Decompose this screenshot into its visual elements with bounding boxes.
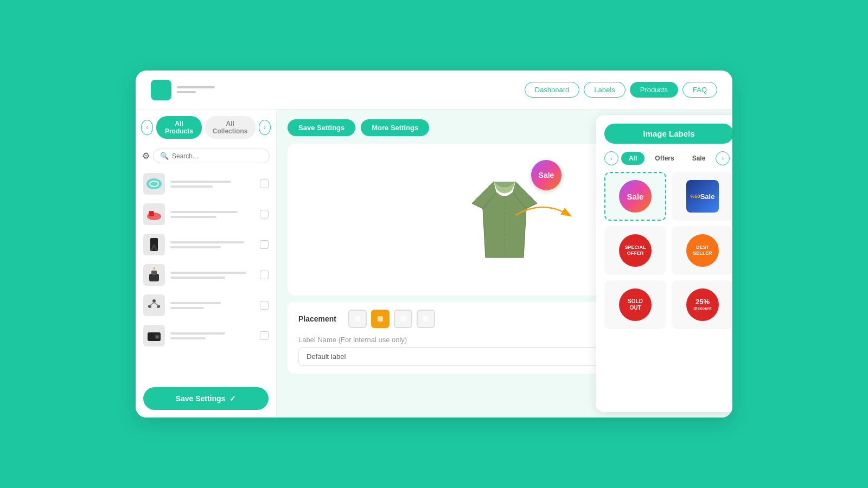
sidebar-tab-next[interactable]: › xyxy=(259,120,271,135)
search-input[interactable] xyxy=(172,152,263,160)
logo-area xyxy=(151,80,525,100)
placement-top-right[interactable] xyxy=(371,310,390,328)
save-settings-btn-sidebar[interactable]: Save Settings ✓ xyxy=(143,387,269,410)
list-item[interactable] xyxy=(136,320,276,351)
logo-lines xyxy=(177,86,215,93)
product-thumb-2 xyxy=(143,203,165,225)
placement-top-left[interactable] xyxy=(348,310,367,328)
label-card-best-seller[interactable]: BEST SELLER xyxy=(672,226,732,275)
product-checkbox-6[interactable] xyxy=(260,331,269,340)
list-item[interactable] xyxy=(136,229,276,260)
badge-best-seller: BEST SELLER xyxy=(686,234,719,267)
sidebar-footer: Save Settings ✓ xyxy=(136,380,276,418)
svg-point-13 xyxy=(156,336,158,338)
search-box: 🔍 xyxy=(153,149,270,163)
nav-dashboard[interactable]: Dashboard xyxy=(525,82,580,98)
svg-rect-5 xyxy=(149,274,159,281)
placement-label: Placement xyxy=(298,314,342,323)
save-settings-btn[interactable]: Save Settings xyxy=(288,119,355,136)
product-thumb-6 xyxy=(143,325,165,346)
placement-opt-inner-selected xyxy=(378,316,383,322)
sidebar-tab-all-products[interactable]: All Products xyxy=(156,116,201,139)
label-card-special-offer[interactable]: SPECIAL OFFER xyxy=(604,226,666,275)
product-checkbox-5[interactable] xyxy=(260,301,269,310)
search-icon: 🔍 xyxy=(160,152,169,160)
placement-opt-inner-4 xyxy=(423,316,429,322)
placement-opt-inner xyxy=(355,316,360,322)
labels-grid: Sale %50 Sale SPECIAL OFFER xyxy=(604,172,732,329)
panel-tab-sale[interactable]: Sale xyxy=(685,152,713,165)
product-lines-5 xyxy=(170,302,254,309)
main-layout: ‹ All Products All Collections › ⚙ 🔍 xyxy=(136,110,732,418)
product-checkbox-3[interactable] xyxy=(260,240,269,249)
panel-tab-offers[interactable]: Offers xyxy=(647,152,681,165)
product-checkbox-2[interactable] xyxy=(260,210,269,219)
placement-opt-inner-3 xyxy=(400,316,406,322)
product-thumb-3 xyxy=(143,234,165,255)
product-thumb-5 xyxy=(143,294,165,316)
logo-icon xyxy=(151,80,171,100)
sidebar-tab-prev[interactable]: ‹ xyxy=(141,120,153,135)
nav-menu: Dashboard Labels Products FAQ xyxy=(525,82,717,98)
product-thumb-1 xyxy=(143,173,165,195)
sidebar-search-area: ⚙ 🔍 xyxy=(136,145,276,166)
sidebar-tab-all-collections[interactable]: All Collections xyxy=(205,116,256,139)
nav-labels[interactable]: Labels xyxy=(584,82,625,98)
header: Dashboard Labels Products FAQ xyxy=(136,70,732,110)
label-card-sale-purple[interactable]: Sale xyxy=(604,172,666,221)
image-labels-panel: Image Labels ‹ All Offers Sale › Sale xyxy=(596,115,732,412)
svg-rect-3 xyxy=(149,211,154,216)
shirt-container: Sale xyxy=(456,165,553,274)
badge-25-discount: 25% discount xyxy=(686,288,719,321)
label-name-subtitle: (For internal use only) xyxy=(339,336,407,344)
list-item[interactable] xyxy=(136,260,276,290)
panel-tabs: ‹ All Offers Sale › xyxy=(604,151,732,165)
sale-badge-preview: Sale xyxy=(531,160,561,190)
nav-faq[interactable]: FAQ xyxy=(682,82,717,98)
panel-title: Image Labels xyxy=(604,124,732,144)
badge-special-offer: SPECIAL OFFER xyxy=(619,234,652,267)
list-item[interactable] xyxy=(136,169,276,199)
product-list xyxy=(136,166,276,380)
more-settings-btn[interactable]: More Settings xyxy=(361,119,429,136)
badge-sale-purple: Sale xyxy=(619,180,652,213)
list-item[interactable] xyxy=(136,199,276,229)
label-card-sale-blue[interactable]: %50 Sale xyxy=(672,172,732,221)
product-lines-6 xyxy=(170,332,254,339)
sidebar: ‹ All Products All Collections › ⚙ 🔍 xyxy=(136,110,277,418)
panel-tab-all[interactable]: All xyxy=(621,152,644,165)
panel-tab-next[interactable]: › xyxy=(716,151,730,165)
product-lines-4 xyxy=(170,272,254,279)
content-area: Save Settings More Settings xyxy=(277,110,732,418)
list-item[interactable] xyxy=(136,290,276,320)
save-btn-label: Save Settings xyxy=(176,394,226,403)
badge-sold-out: SOLD OUT xyxy=(619,288,652,321)
product-checkbox-4[interactable] xyxy=(260,271,269,279)
placement-bottom-right[interactable] xyxy=(417,310,435,328)
label-card-sold-out[interactable]: SOLD OUT xyxy=(604,280,666,329)
product-lines-3 xyxy=(170,241,254,248)
placement-options xyxy=(348,310,435,328)
label-name-title-text: Label Name xyxy=(298,336,336,344)
sidebar-tabs: ‹ All Products All Collections › xyxy=(136,110,276,145)
product-checkbox-1[interactable] xyxy=(260,179,269,188)
label-card-25-discount[interactable]: 25% discount xyxy=(672,280,732,329)
placement-bottom-left[interactable] xyxy=(394,310,412,328)
product-lines-2 xyxy=(170,211,254,218)
svg-point-0 xyxy=(146,178,162,189)
svg-point-8 xyxy=(152,299,156,303)
svg-rect-6 xyxy=(151,271,157,275)
checkmark-icon: ✓ xyxy=(229,394,236,403)
product-thumb-4 xyxy=(143,264,165,286)
badge-sale-blue: %50 Sale xyxy=(686,180,719,213)
filter-icon-btn[interactable]: ⚙ xyxy=(142,151,150,161)
logo-line-2 xyxy=(177,91,196,93)
product-lines-1 xyxy=(170,181,254,188)
panel-tab-prev[interactable]: ‹ xyxy=(604,151,618,165)
nav-products[interactable]: Products xyxy=(630,82,678,98)
logo-line-1 xyxy=(177,86,215,88)
app-container: Dashboard Labels Products FAQ ‹ All Prod… xyxy=(136,70,732,418)
filter-icon: ⚙ xyxy=(142,151,150,160)
